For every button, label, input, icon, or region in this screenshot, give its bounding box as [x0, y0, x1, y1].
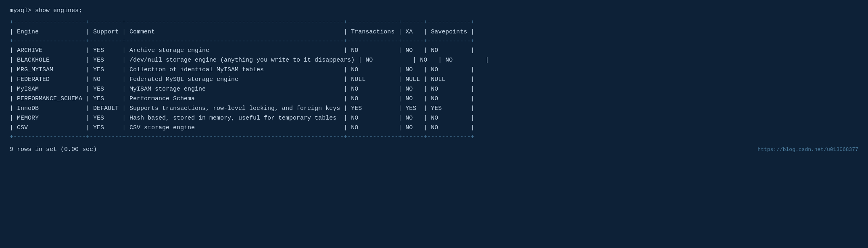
divider-mid: +--------------------+---------+--------…	[10, 37, 858, 46]
divider-bottom: +--------------------+---------+--------…	[10, 133, 858, 142]
table-header: | Engine | Support | Comment | Transacti…	[10, 27, 858, 37]
table-row: | CSV | YES | CSV storage engine | NO | …	[10, 123, 858, 133]
footer-line: 9 rows in set (0.00 sec) https://blog.cs…	[10, 146, 858, 153]
table-body: | ARCHIVE | YES | Archive storage engine…	[10, 46, 858, 133]
table-wrapper: +--------------------+---------+--------…	[10, 18, 858, 142]
prompt-line: mysql> show engines;	[10, 7, 858, 14]
table-row: | BLACKHOLE | YES | /dev/null storage en…	[10, 56, 858, 65]
divider-top: +--------------------+---------+--------…	[10, 18, 858, 27]
table-row: | PERFORMANCE_SCHEMA | YES | Performance…	[10, 94, 858, 104]
table-row: | InnoDB | DEFAULT | Supports transactio…	[10, 104, 858, 114]
table-row: | FEDERATED | NO | Federated MySQL stora…	[10, 75, 858, 85]
table-row: | MEMORY | YES | Hash based, stored in m…	[10, 114, 858, 123]
table-row: | MRG_MYISAM | YES | Collection of ident…	[10, 65, 858, 75]
row-count: 9 rows in set (0.00 sec)	[10, 146, 97, 153]
url-reference: https://blog.csdn.net/u013068377	[757, 147, 858, 153]
table-row: | MyISAM | YES | MyISAM storage engine |…	[10, 85, 858, 94]
table-row: | ARCHIVE | YES | Archive storage engine…	[10, 46, 858, 56]
